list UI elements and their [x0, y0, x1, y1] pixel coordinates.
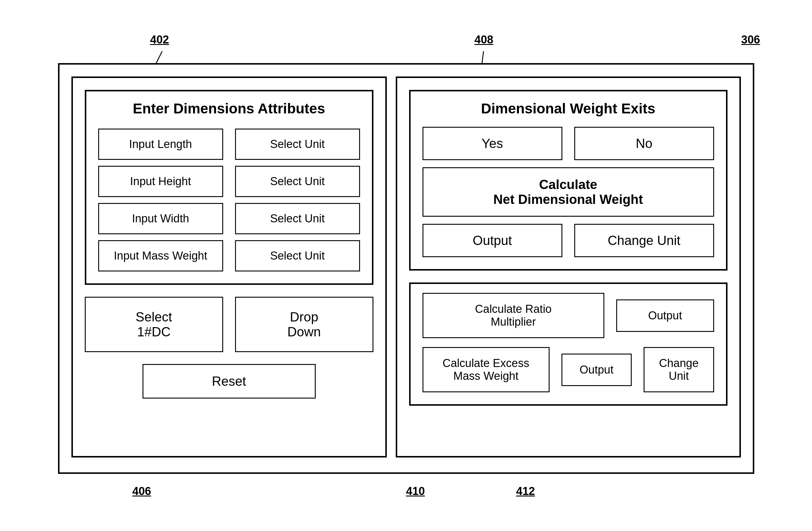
- select-1dc-button[interactable]: Select 1#DC: [85, 297, 223, 352]
- lower-right-box-412: Calculate Ratio Multiplier Output Calcul…: [409, 283, 727, 406]
- output-button-exits[interactable]: Output: [422, 224, 562, 257]
- outer-box-306: Enter Dimensions Attributes Input Length…: [58, 63, 754, 474]
- calculate-excess-mass-weight-button[interactable]: Calculate Excess Mass Weight: [422, 347, 550, 392]
- ref-306: 306: [741, 33, 760, 46]
- input-width-button[interactable]: Input Width: [98, 203, 223, 234]
- ref-410: 410: [406, 485, 425, 498]
- yes-button[interactable]: Yes: [422, 127, 562, 160]
- left-panel-402: Enter Dimensions Attributes Input Length…: [71, 76, 387, 458]
- change-unit-excess-button[interactable]: Change Unit: [643, 347, 714, 392]
- output-change-unit-row: Output Change Unit: [422, 224, 714, 257]
- select-unit-mass-button[interactable]: Select Unit: [235, 240, 360, 271]
- ref-408: 408: [475, 33, 493, 46]
- select-unit-width-button[interactable]: Select Unit: [235, 203, 360, 234]
- dropdown-button[interactable]: Drop Down: [235, 297, 374, 352]
- input-length-button[interactable]: Input Length: [98, 129, 223, 160]
- calculate-ratio-multiplier-button[interactable]: Calculate Ratio Multiplier: [422, 293, 604, 338]
- ref-402: 402: [150, 33, 169, 46]
- ratio-row: Calculate Ratio Multiplier Output: [422, 293, 714, 338]
- input-mass-weight-button[interactable]: Input Mass Weight: [98, 240, 223, 271]
- output-ratio-button[interactable]: Output: [616, 299, 714, 332]
- width-row: Input Width Select Unit: [98, 203, 360, 234]
- ref-406: 406: [132, 485, 151, 498]
- input-height-button[interactable]: Input Height: [98, 166, 223, 197]
- select-unit-length-button[interactable]: Select Unit: [235, 129, 360, 160]
- ref-412: 412: [516, 485, 535, 498]
- right-panel-408: Dimensional Weight Exits Yes No Calculat…: [396, 76, 741, 458]
- dimensions-attributes-box: Enter Dimensions Attributes Input Length…: [85, 90, 374, 285]
- dimensions-title: Enter Dimensions Attributes: [98, 100, 360, 117]
- mass-row: Input Mass Weight Select Unit: [98, 240, 360, 271]
- page-wrapper: 402 408 306 404 406 410 412 Enter Dimens…: [34, 27, 778, 504]
- select-unit-height-button[interactable]: Select Unit: [235, 166, 360, 197]
- height-row: Input Height Select Unit: [98, 166, 360, 197]
- dw-exits-title: Dimensional Weight Exits: [422, 100, 714, 117]
- change-unit-button-exits[interactable]: Change Unit: [574, 224, 714, 257]
- reset-button[interactable]: Reset: [143, 364, 316, 399]
- length-row: Input Length Select Unit: [98, 129, 360, 160]
- excess-row: Calculate Excess Mass Weight Output Chan…: [422, 347, 714, 392]
- calculate-ndw-button[interactable]: Calculate Net Dimensional Weight: [422, 167, 714, 217]
- output-excess-button[interactable]: Output: [562, 354, 632, 386]
- no-button[interactable]: No: [574, 127, 714, 160]
- dc-selector-row: Select 1#DC Drop Down: [85, 297, 374, 352]
- yes-no-row: Yes No: [422, 127, 714, 160]
- dimensional-weight-exits-box: Dimensional Weight Exits Yes No Calculat…: [409, 90, 727, 271]
